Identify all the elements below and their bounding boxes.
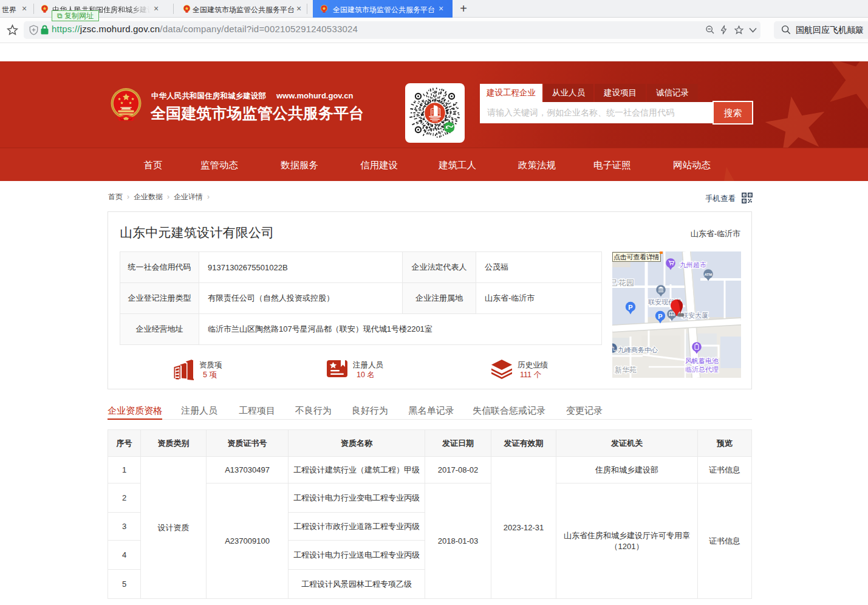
- svg-text:风帆蓄电池: 风帆蓄电池: [685, 357, 719, 364]
- svg-text:P: P: [628, 304, 632, 311]
- svg-text:九: 九: [612, 345, 616, 352]
- svg-text:九州超市: 九州超市: [680, 261, 706, 268]
- svg-text:临沂总代理: 临沂总代理: [685, 366, 719, 373]
- svg-text:P: P: [658, 313, 662, 320]
- svg-text:联安大厦: 联安大厦: [682, 312, 708, 319]
- svg-text:ATM: ATM: [705, 273, 713, 276]
- svg-text:己花园: 己花园: [612, 278, 634, 287]
- svg-text:新华苑: 新华苑: [615, 366, 637, 374]
- svg-text:九峰商务中心: 九峰商务中心: [618, 346, 658, 354]
